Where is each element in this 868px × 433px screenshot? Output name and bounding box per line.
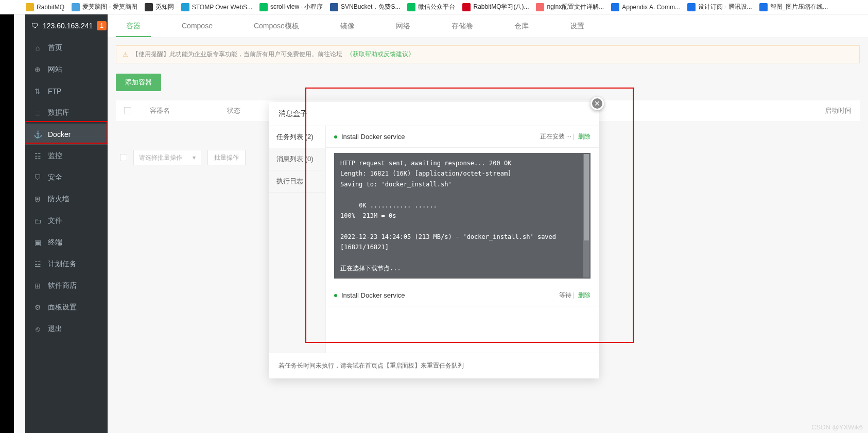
left-black-strip [0,14,14,433]
tab-Compose模板[interactable]: Compose模板 [244,14,309,37]
sidebar-item-网站[interactable]: ⊕网站 [25,59,108,80]
alert-banner: ⚠ 【使用提醒】此功能为企业版专享功能，当前所有用户可免费使用。前往论坛 《获取… [116,45,860,63]
notification-badge[interactable]: 1 [97,21,107,30]
sidebar-item-面板设置[interactable]: ⚙面板设置 [25,297,108,318]
sidebar-item-label: 数据库 [48,108,70,117]
bookmark-item[interactable]: 爱莫脑图 - 爱莫脑图 [72,3,137,11]
sidebar-item-label: 退出 [48,324,62,334]
modal-side-item[interactable]: 执行日志 [269,170,325,193]
delete-link[interactable]: 删除 [578,291,591,299]
batch-checkbox[interactable] [120,154,127,161]
batch-select-placeholder: 请选择批量操作 [139,153,182,162]
status-dot-icon [334,294,337,297]
batch-action-button[interactable]: 批量操作 [207,150,246,165]
scrollbar[interactable] [583,154,589,278]
bookmark-item[interactable]: scroll-view · 小程序 [259,3,323,11]
select-all-checkbox[interactable] [124,107,131,114]
add-container-button[interactable]: 添加容器 [116,74,161,91]
sidebar-item-label: 文件 [48,216,62,226]
bookmark-item[interactable]: STOMP Over WebS... [181,3,252,11]
bookmark-favicon [759,3,768,11]
tab-网络[interactable]: 网络 [386,14,421,37]
scrollbar-thumb[interactable] [584,154,589,240]
bookmark-item[interactable]: 觅知网 [145,3,174,11]
batch-select[interactable]: 请选择批量操作 ▾ [133,150,201,165]
sidebar-item-label: Docker [48,130,71,138]
sidebar-item-label: 网站 [48,65,62,74]
sidebar-item-计划任务[interactable]: ☳计划任务 [25,253,108,275]
tab-设置[interactable]: 设置 [560,14,595,37]
sidebar-item-FTP[interactable]: ⇅FTP [25,80,108,102]
bookmark-item[interactable]: nginx配置文件详解... [536,3,604,11]
sidebar-icon: ▣ [33,238,42,247]
sidebar-icon: ⊞ [33,282,42,290]
sidebar-item-终端[interactable]: ▣终端 [25,232,108,253]
bookmark-favicon [181,3,189,11]
sidebar-item-退出[interactable]: ⎋退出 [25,318,108,340]
bookmark-label: RabbitMQ [37,4,64,11]
sidebar-icon: ⊕ [33,65,42,74]
sidebar-icon: ⚙ [33,303,42,311]
bookmark-item[interactable]: SVNBucket，免费S... [330,3,400,11]
bookmarks-bar: RabbitMQ爱莫脑图 - 爱莫脑图觅知网STOMP Over WebS...… [0,0,868,14]
bookmark-favicon [407,3,415,11]
modal-main: Install Docker service 正在安装 ···|删除HTTP r… [326,126,599,353]
sidebar-icon: ⚓ [33,130,42,138]
bookmark-favicon [26,3,34,11]
chevron-down-icon: ▾ [193,154,196,161]
bookmark-label: 设计订阅 - 腾讯设... [698,3,752,11]
tab-存储卷[interactable]: 存储卷 [441,14,483,37]
sidebar: 🛡 123.60.163.241 1 ⌂首页⊕网站⇅FTP≣数据库⚓Docker… [25,14,108,433]
sidebar-icon: 🗀 [33,217,42,225]
tab-Compose[interactable]: Compose [171,14,223,37]
modal-sidebar: 任务列表 (2)消息列表 (0)执行日志 [269,126,326,353]
tab-镜像[interactable]: 镜像 [330,14,365,37]
sidebar-item-监控[interactable]: ☷监控 [25,145,108,167]
bookmark-favicon [462,3,471,11]
modal-side-item[interactable]: 消息列表 (0) [269,148,325,170]
col-container-name: 容器名 [150,106,212,115]
sidebar-item-文件[interactable]: 🗀文件 [25,210,108,232]
sidebar-item-防火墙[interactable]: ⛨防火墙 [25,188,108,210]
sidebar-icon: ⇅ [33,87,42,95]
bookmark-item[interactable]: RabbitMQ学习(八)... [462,3,529,11]
close-icon[interactable]: ✕ [591,97,604,110]
bookmark-item[interactable]: 设计订阅 - 腾讯设... [687,3,752,11]
status-dot-icon [334,135,337,138]
sidebar-item-label: 安全 [48,173,62,182]
tab-容器[interactable]: 容器 [116,14,151,37]
bookmark-label: 爱莫脑图 - 爱莫脑图 [82,3,137,11]
delete-link[interactable]: 删除 [578,133,591,140]
bookmark-favicon [330,3,338,11]
bookmark-label: 微信公众平台 [418,3,455,11]
bookmark-favicon [72,3,80,11]
alert-link[interactable]: 《获取帮助或反馈建议》 [346,50,414,59]
bookmark-item[interactable]: 智图_图片压缩在线... [759,3,828,11]
bookmark-item[interactable]: Appendix A. Comm... [611,3,680,11]
task-item: Install Docker service 正在安装 ···|删除 [326,126,599,148]
bookmark-favicon [687,3,696,11]
sidebar-item-安全[interactable]: ⛉安全 [25,167,108,188]
sidebar-item-首页[interactable]: ⌂首页 [25,37,108,59]
sidebar-item-数据库[interactable]: ≣数据库 [25,102,108,124]
sidebar-item-Docker[interactable]: ⚓Docker [25,124,108,145]
tab-仓库[interactable]: 仓库 [504,14,539,37]
watermark: CSDN @YXWik6 [811,423,863,431]
tabs: 容器ComposeCompose模板镜像网络存储卷仓库设置 [108,14,868,37]
console-output: HTTP request sent, awaiting response... … [334,153,591,279]
bookmark-favicon [145,3,153,11]
task-status: 正在安装 ···|删除 [540,132,591,141]
bookmark-item[interactable]: 微信公众平台 [407,3,455,11]
bookmark-favicon [611,3,619,11]
task-title: Install Docker service [341,291,405,299]
col-start-time: 启动时间 [825,106,852,115]
toolbar: 添加容器 [116,74,860,91]
sidebar-icon: ⌂ [33,44,42,52]
col-status: 状态 [227,106,258,115]
modal-side-item[interactable]: 任务列表 (2) [269,126,325,148]
sidebar-header: 🛡 123.60.163.241 1 [25,14,108,37]
bookmark-label: 觅知网 [155,3,174,11]
bookmark-item[interactable]: RabbitMQ [26,3,64,11]
bookmark-label: 智图_图片压缩在线... [770,3,828,11]
sidebar-item-软件商店[interactable]: ⊞软件商店 [25,275,108,297]
